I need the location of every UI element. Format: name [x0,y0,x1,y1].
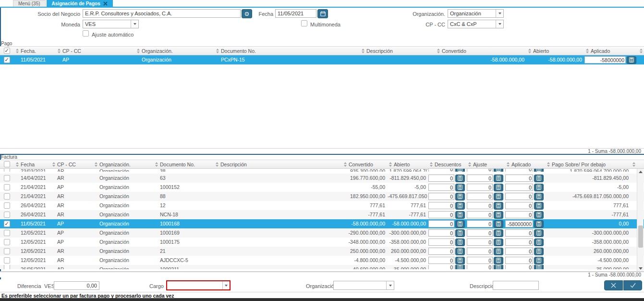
factura-table-row[interactable]: 12/05/2021 AR Organización AJDCCXC-5 -4.… [0,256,644,265]
calculator-button[interactable] [455,257,465,264]
aplicado-input[interactable] [505,184,533,191]
factura-table-row[interactable]: 12/05/2021 AP Organización 1000169 -290.… [0,228,644,238]
calculator-button[interactable] [534,184,544,191]
calculator-button[interactable] [494,265,503,269]
calculator-button[interactable] [455,265,465,269]
descuentos-input[interactable] [428,265,454,269]
cancel-button[interactable] [604,280,623,290]
chevron-down-icon[interactable] [496,10,503,17]
calculator-button[interactable] [534,202,544,210]
pago-col-descripcion[interactable]: Descripción [359,47,435,55]
row-checkbox[interactable] [4,212,10,218]
factura-table-row[interactable]: 21/04/2021 AR Organización 88 182.950.00… [0,192,644,201]
ajuste-input[interactable] [467,257,493,264]
socio-lookup-button[interactable] [242,9,252,18]
ajuste-input[interactable] [467,238,493,246]
calculator-button[interactable] [534,169,544,172]
calculator-button[interactable] [534,248,544,255]
pago-col-aplicado[interactable]: Aplicado [583,47,637,55]
ajuste-input[interactable] [467,193,493,200]
scroll-down-arrow-icon[interactable] [637,265,644,271]
factura-col-extra[interactable] [630,160,644,168]
calculator-button[interactable] [534,257,544,264]
descuentos-input[interactable] [428,229,454,237]
calculator-button[interactable] [455,184,465,191]
calculator-button[interactable] [534,193,544,201]
aplicado-input[interactable] [505,220,533,227]
factura-table-row[interactable]: 12/05/2021 AR Organización 21 250.000.00… [0,247,644,256]
footer-org-select[interactable] [333,281,394,290]
factura-table-row[interactable]: 14/04/2021 AR Organización 63 196.770.60… [0,174,644,183]
factura-col-convertido[interactable]: Convertido [341,160,387,168]
row-checkbox[interactable] [4,239,10,245]
factura-col-documento[interactable]: Documento No. [153,160,213,168]
descuentos-input[interactable] [428,238,454,246]
ajuste-input[interactable] [467,202,493,209]
calculator-button[interactable] [455,175,465,182]
factura-col-ajuste[interactable]: Ajuste [466,160,504,168]
ajuste-input[interactable] [467,220,493,227]
multimoneda-checkbox[interactable] [301,20,307,26]
calculator-button[interactable] [627,56,636,64]
descuentos-input[interactable] [428,257,454,264]
descuentos-input[interactable] [428,175,454,182]
pago-col-convertido[interactable]: Convertido [435,47,526,55]
aplicado-input[interactable] [505,175,533,182]
calculator-button[interactable] [455,169,465,172]
calculator-button[interactable] [455,220,465,228]
pago-col-abierto[interactable]: Abierto [526,47,583,55]
descuentos-input[interactable] [428,211,454,218]
calculator-button[interactable] [455,229,465,237]
fecha-input[interactable] [275,9,316,18]
cargo-select[interactable] [166,280,231,290]
pago-select-all-checkbox[interactable] [4,48,10,54]
pago-table-row[interactable]: 11/05/2021 AP Organización PCxPN-15 -58.… [0,55,644,64]
aplicado-input[interactable] [505,248,533,255]
calculator-button[interactable] [494,169,503,172]
aplicado-input[interactable] [505,238,533,246]
row-checkbox[interactable] [4,169,10,172]
chevron-down-icon[interactable] [131,20,138,28]
factura-col-aplicado[interactable]: Aplicado [504,160,545,168]
calculator-button[interactable] [494,202,503,210]
ajuste-input[interactable] [467,248,493,255]
calculator-button[interactable] [494,184,503,191]
aplicado-input[interactable] [505,169,533,172]
factura-col-org[interactable]: Organización. [92,160,153,168]
diferencia-input[interactable] [54,281,99,290]
factura-col-fecha[interactable]: Fecha [13,160,50,168]
calculator-button[interactable] [534,229,544,237]
descuentos-input[interactable] [428,248,454,255]
factura-col-pago-sobre[interactable]: Pago Sobre/ Por debajo [545,160,630,168]
aplicado-input[interactable] [505,193,533,200]
calculator-button[interactable] [455,238,465,246]
calculator-button[interactable] [494,220,503,228]
calculator-button[interactable] [494,229,503,237]
ajuste-automatico-checkbox[interactable] [83,30,89,37]
aplicado-input[interactable] [505,229,533,237]
factura-col-abierto[interactable]: Abierto [387,160,427,168]
tab-close-icon[interactable] [103,1,108,6]
aplicado-input[interactable] [505,257,533,264]
descuentos-input[interactable] [428,169,454,172]
factura-col-descuentos[interactable]: Descuentos [427,160,466,168]
calculator-button[interactable] [494,193,503,201]
descuentos-input[interactable] [428,202,454,209]
row-checkbox[interactable] [4,57,10,63]
pago-col-extra[interactable] [637,47,644,55]
calculator-button[interactable] [534,220,544,228]
chevron-down-icon[interactable] [222,281,230,289]
row-checkbox[interactable] [4,257,10,263]
chevron-down-icon[interactable] [496,20,503,28]
row-checkbox[interactable] [4,184,10,190]
factura-table-row[interactable]: 26/04/2021 AR Organización NCN-18 -777,6… [0,210,644,219]
row-checkbox[interactable] [4,248,10,254]
row-checkbox[interactable] [4,265,10,269]
ajuste-input[interactable] [467,265,493,269]
calculator-button[interactable] [455,193,465,201]
descuentos-input[interactable] [428,193,454,200]
pago-col-fecha[interactable]: Fecha. [13,47,55,55]
aplicado-input[interactable] [505,211,533,218]
calculator-button[interactable] [494,211,503,219]
calculator-button[interactable] [534,175,544,182]
